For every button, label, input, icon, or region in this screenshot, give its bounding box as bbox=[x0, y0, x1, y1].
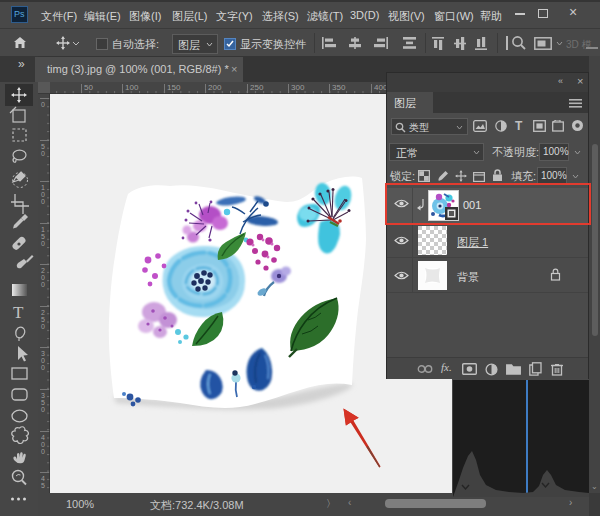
svg-text:0: 0 bbox=[41, 364, 45, 371]
svg-text:3: 3 bbox=[41, 392, 45, 399]
svg-text:50: 50 bbox=[84, 83, 93, 92]
svg-text:2: 2 bbox=[41, 309, 45, 316]
svg-text:0: 0 bbox=[41, 274, 45, 281]
svg-text:3: 3 bbox=[41, 350, 45, 357]
svg-text:5: 5 bbox=[41, 399, 45, 406]
svg-text:250: 250 bbox=[250, 83, 264, 92]
svg-text:5: 5 bbox=[41, 143, 45, 150]
svg-text:0: 0 bbox=[41, 150, 45, 157]
svg-text:4: 4 bbox=[41, 434, 45, 441]
svg-text:0: 0 bbox=[41, 198, 45, 205]
svg-text:0: 0 bbox=[41, 448, 45, 455]
svg-text:0: 0 bbox=[41, 240, 45, 247]
svg-text:4: 4 bbox=[41, 475, 45, 482]
svg-text:200: 200 bbox=[208, 83, 222, 92]
svg-text:5: 5 bbox=[41, 233, 45, 240]
svg-text:5: 5 bbox=[41, 316, 45, 323]
svg-text:0: 0 bbox=[41, 323, 45, 330]
svg-text:T: T bbox=[13, 303, 24, 322]
svg-text:0: 0 bbox=[41, 441, 45, 448]
svg-text:300: 300 bbox=[291, 83, 305, 92]
svg-text:100: 100 bbox=[125, 83, 139, 92]
svg-text:1: 1 bbox=[41, 184, 45, 191]
svg-text:0: 0 bbox=[41, 101, 45, 108]
svg-text:2: 2 bbox=[41, 267, 45, 274]
svg-text:0: 0 bbox=[41, 191, 45, 198]
svg-text:0: 0 bbox=[41, 281, 45, 288]
svg-text:0: 0 bbox=[41, 406, 45, 413]
svg-text:5: 5 bbox=[41, 482, 45, 489]
svg-text:350: 350 bbox=[332, 83, 346, 92]
svg-text:150: 150 bbox=[167, 83, 181, 92]
svg-text:0: 0 bbox=[41, 357, 45, 364]
svg-text:1: 1 bbox=[41, 226, 45, 233]
